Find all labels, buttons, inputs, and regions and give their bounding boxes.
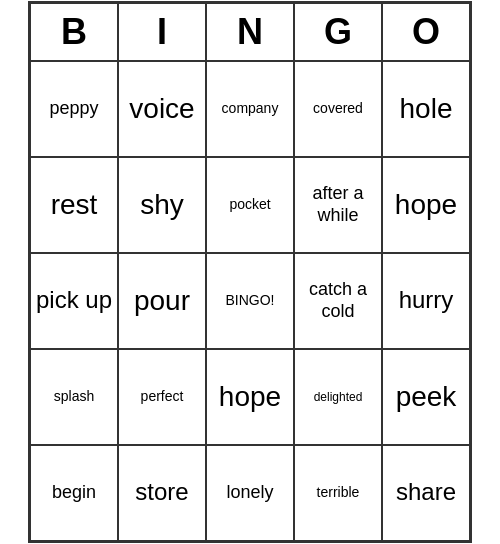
cell-r0-c2: company	[206, 61, 294, 157]
bingo-card: BINGO peppyvoicecompanycoveredholerestsh…	[28, 1, 472, 543]
cell-r2-c4: hurry	[382, 253, 470, 349]
cell-r0-c1: voice	[118, 61, 206, 157]
cell-text: pick up	[36, 286, 112, 315]
cell-text: voice	[129, 92, 194, 126]
cell-r3-c3: delighted	[294, 349, 382, 445]
bingo-header: BINGO	[30, 3, 470, 61]
cell-r2-c2: BINGO!	[206, 253, 294, 349]
cell-r3-c4: peek	[382, 349, 470, 445]
cell-r1-c2: pocket	[206, 157, 294, 253]
header-cell: N	[206, 3, 294, 61]
cell-text: after a while	[299, 183, 377, 226]
cell-text: hope	[395, 188, 457, 222]
cell-text: share	[396, 478, 456, 507]
cell-r1-c3: after a while	[294, 157, 382, 253]
cell-r4-c3: terrible	[294, 445, 382, 541]
cell-r4-c0: begin	[30, 445, 118, 541]
cell-r0-c4: hole	[382, 61, 470, 157]
cell-r0-c3: covered	[294, 61, 382, 157]
cell-text: terrible	[317, 484, 360, 501]
cell-r0-c0: peppy	[30, 61, 118, 157]
cell-text: covered	[313, 100, 363, 117]
cell-r4-c2: lonely	[206, 445, 294, 541]
cell-r4-c1: store	[118, 445, 206, 541]
header-cell: I	[118, 3, 206, 61]
cell-r2-c3: catch a cold	[294, 253, 382, 349]
cell-r3-c1: perfect	[118, 349, 206, 445]
cell-text: BINGO!	[225, 292, 274, 309]
cell-text: lonely	[226, 482, 273, 504]
cell-text: splash	[54, 388, 94, 405]
cell-text: perfect	[141, 388, 184, 405]
cell-r3-c2: hope	[206, 349, 294, 445]
cell-text: company	[222, 100, 279, 117]
cell-text: peppy	[49, 98, 98, 120]
cell-text: store	[135, 478, 188, 507]
cell-text: hope	[219, 380, 281, 414]
cell-r3-c0: splash	[30, 349, 118, 445]
header-cell: O	[382, 3, 470, 61]
cell-r1-c1: shy	[118, 157, 206, 253]
cell-text: shy	[140, 188, 184, 222]
cell-text: catch a cold	[299, 279, 377, 322]
cell-text: hole	[400, 92, 453, 126]
cell-r4-c4: share	[382, 445, 470, 541]
bingo-grid: peppyvoicecompanycoveredholerestshypocke…	[30, 61, 470, 541]
cell-text: pocket	[229, 196, 270, 213]
header-cell: G	[294, 3, 382, 61]
cell-text: delighted	[314, 390, 363, 404]
cell-r2-c0: pick up	[30, 253, 118, 349]
cell-r1-c4: hope	[382, 157, 470, 253]
cell-r1-c0: rest	[30, 157, 118, 253]
header-cell: B	[30, 3, 118, 61]
cell-text: rest	[51, 188, 98, 222]
cell-text: begin	[52, 482, 96, 504]
cell-text: peek	[396, 380, 457, 414]
cell-text: hurry	[399, 286, 454, 315]
cell-text: pour	[134, 284, 190, 318]
cell-r2-c1: pour	[118, 253, 206, 349]
